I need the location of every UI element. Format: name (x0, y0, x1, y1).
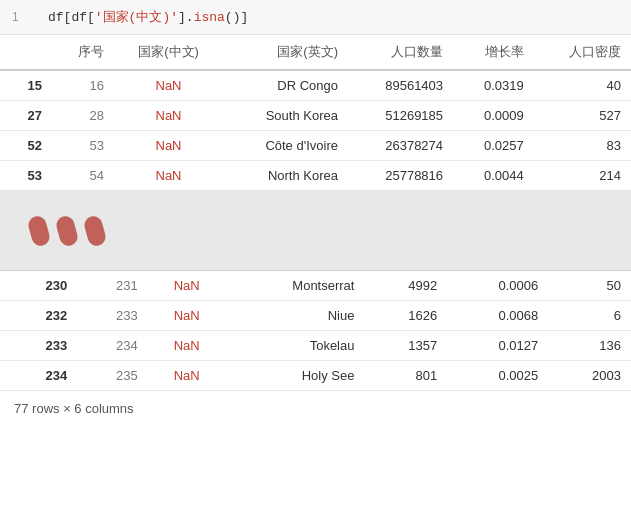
row-pop: 1357 (364, 331, 447, 361)
row-en: Niue (226, 301, 365, 331)
row-en: Tokelau (226, 331, 365, 361)
row-density: 83 (534, 131, 631, 161)
row-en: Côte d'Ivoire (223, 131, 348, 161)
ellipsis-section (0, 191, 631, 271)
ellipsis-dots (30, 216, 104, 246)
row-growth: 0.0127 (447, 331, 548, 361)
header-xuhao: 序号 (52, 35, 114, 70)
row-en: Holy See (226, 361, 365, 391)
row-cn: NaN (114, 70, 223, 101)
row-id: 234 (77, 331, 148, 361)
row-cn: NaN (114, 101, 223, 131)
row-index: 230 (0, 271, 77, 301)
row-en: South Korea (223, 101, 348, 131)
row-cn: NaN (114, 131, 223, 161)
row-index: 15 (0, 70, 52, 101)
row-density: 6 (548, 301, 631, 331)
header-pop: 人口数量 (348, 35, 453, 70)
row-index: 233 (0, 331, 77, 361)
row-density: 40 (534, 70, 631, 101)
row-en: North Korea (223, 161, 348, 191)
header-density: 人口密度 (534, 35, 631, 70)
table-row: 234 235 NaN Holy See 801 0.0025 2003 (0, 361, 631, 391)
row-cn: NaN (148, 331, 226, 361)
line-number: 1 (12, 10, 32, 24)
row-index: 234 (0, 361, 77, 391)
row-cn: NaN (114, 161, 223, 191)
row-id: 231 (77, 271, 148, 301)
row-pop: 1626 (364, 301, 447, 331)
row-growth: 0.0009 (453, 101, 534, 131)
row-id: 16 (52, 70, 114, 101)
row-density: 2003 (548, 361, 631, 391)
table-row: 15 16 NaN DR Congo 89561403 0.0319 40 (0, 70, 631, 101)
row-cn: NaN (148, 361, 226, 391)
row-density: 136 (548, 331, 631, 361)
row-growth: 0.0257 (453, 131, 534, 161)
row-cn: NaN (148, 301, 226, 331)
row-pop: 25778816 (348, 161, 453, 191)
dot-1 (26, 214, 51, 248)
dot-3 (82, 214, 107, 248)
header-growth: 增长率 (453, 35, 534, 70)
row-pop: 89561403 (348, 70, 453, 101)
row-density: 50 (548, 271, 631, 301)
header-en: 国家(英文) (223, 35, 348, 70)
row-index: 27 (0, 101, 52, 131)
row-pop: 26378274 (348, 131, 453, 161)
table-row: 53 54 NaN North Korea 25778816 0.0044 21… (0, 161, 631, 191)
code-block: 1 df[df['国家(中文)'].isna()] (0, 0, 631, 35)
row-id: 53 (52, 131, 114, 161)
row-pop: 4992 (364, 271, 447, 301)
header-blank (0, 35, 52, 70)
row-growth: 0.0006 (447, 271, 548, 301)
row-density: 527 (534, 101, 631, 131)
table-footer: 77 rows × 6 columns (0, 391, 631, 426)
data-table: 序号 国家(中文) 国家(英文) 人口数量 增长率 人口密度 15 16 NaN… (0, 35, 631, 391)
row-growth: 0.0319 (453, 70, 534, 101)
row-index: 232 (0, 301, 77, 331)
table-row: 232 233 NaN Niue 1626 0.0068 6 (0, 301, 631, 331)
dot-2 (54, 214, 79, 248)
table-row: 27 28 NaN South Korea 51269185 0.0009 52… (0, 101, 631, 131)
row-growth: 0.0068 (447, 301, 548, 331)
row-growth: 0.0044 (453, 161, 534, 191)
row-density: 214 (534, 161, 631, 191)
code-text: df[df['国家(中文)'].isna()] (48, 8, 248, 26)
table-row: 233 234 NaN Tokelau 1357 0.0127 136 (0, 331, 631, 361)
row-id: 54 (52, 161, 114, 191)
row-id: 235 (77, 361, 148, 391)
row-pop: 51269185 (348, 101, 453, 131)
row-growth: 0.0025 (447, 361, 548, 391)
row-en: DR Congo (223, 70, 348, 101)
row-cn: NaN (148, 271, 226, 301)
table-row: 52 53 NaN Côte d'Ivoire 26378274 0.0257 … (0, 131, 631, 161)
row-id: 233 (77, 301, 148, 331)
table-row: 230 231 NaN Montserrat 4992 0.0006 50 (0, 271, 631, 301)
row-pop: 801 (364, 361, 447, 391)
row-en: Montserrat (226, 271, 365, 301)
header-cn: 国家(中文) (114, 35, 223, 70)
row-index: 53 (0, 161, 52, 191)
row-id: 28 (52, 101, 114, 131)
row-index: 52 (0, 131, 52, 161)
